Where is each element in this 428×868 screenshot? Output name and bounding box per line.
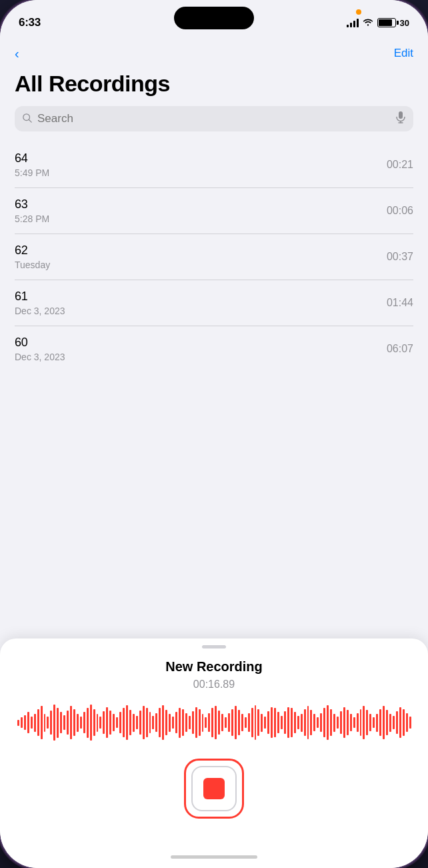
waveform-bar [136, 716, 138, 729]
waveform-bar [24, 715, 26, 731]
waveform-bar [225, 717, 227, 728]
recording-item[interactable]: 64 5:49 PM 00:21 [15, 142, 413, 188]
signal-bar-4 [357, 19, 359, 27]
record-button-inner [191, 766, 237, 811]
waveform-bar [60, 712, 62, 733]
waveform-bar [149, 712, 151, 733]
waveform-bar [287, 707, 289, 739]
back-chevron-icon: ‹ [15, 47, 19, 60]
waveform-bar [327, 705, 329, 740]
waveform-bar [195, 707, 197, 739]
waveform-bar [192, 711, 194, 734]
waveform-bar [403, 709, 405, 737]
waveform-bar [343, 707, 345, 739]
recordings-list[interactable]: All Recordings [0, 71, 428, 638]
stop-recording-button[interactable] [184, 759, 244, 819]
recording-item[interactable]: 60 Dec 3, 2023 06:07 [15, 326, 413, 372]
waveform-bar [199, 709, 201, 737]
edit-button[interactable]: Edit [394, 47, 413, 60]
recording-name: 60 [15, 336, 65, 350]
waveform-bar [238, 710, 240, 735]
orange-dot [356, 9, 361, 15]
waveform-bar [97, 714, 99, 732]
waveform-bar [34, 714, 36, 732]
waveform-bar [73, 709, 75, 737]
waveform-bar [146, 708, 148, 737]
waveform-bar [83, 712, 85, 733]
waveform-bar [179, 708, 181, 738]
waveform-bar [304, 709, 306, 737]
waveform-bar [106, 707, 108, 739]
waveform-bar [99, 717, 101, 729]
recording-item[interactable]: 61 Dec 3, 2023 01:44 [15, 280, 413, 326]
recording-duration: 00:37 [387, 251, 413, 263]
search-input[interactable] [37, 112, 391, 125]
recordings-container: 64 5:49 PM 00:21 63 5:28 PM 00:06 62 Tue… [15, 142, 413, 372]
recording-timer: 00:16.89 [15, 679, 413, 691]
waveform-bar [393, 716, 395, 729]
waveform-bar [41, 706, 43, 739]
signal-bars [347, 19, 359, 27]
waveform-bar [406, 713, 408, 733]
recording-date: 5:49 PM [15, 167, 49, 178]
status-right-icons: 30 [347, 18, 409, 28]
waveform-bar [320, 713, 322, 733]
stop-icon [203, 778, 225, 799]
waveform-bar [123, 708, 125, 737]
recording-item[interactable]: 62 Tuesday 00:37 [15, 234, 413, 280]
waveform-bar [231, 709, 233, 737]
waveform [15, 703, 413, 743]
waveform-bar [379, 709, 381, 737]
waveform-bar [67, 711, 69, 735]
waveform-bar [113, 714, 115, 731]
waveform-bar [350, 714, 352, 731]
recording-item[interactable]: 63 5:28 PM 00:06 [15, 188, 413, 234]
wifi-icon [363, 18, 373, 28]
waveform-bar [386, 710, 388, 735]
waveform-bar [218, 711, 220, 735]
waveform-bar [152, 716, 154, 729]
phone-frame: 6:33 [0, 0, 428, 868]
recording-name: 61 [15, 290, 65, 304]
signal-bar-2 [350, 23, 352, 27]
waveform-bar [70, 706, 72, 739]
bottom-panel: New Recording 00:16.89 [0, 638, 428, 845]
waveform-bar [366, 710, 368, 735]
waveform-bar [245, 717, 247, 728]
waveform-bar [274, 708, 276, 737]
waveform-bar [169, 714, 171, 732]
home-bar [171, 855, 257, 859]
waveform-bar [211, 708, 213, 737]
waveform-bar [353, 717, 355, 728]
waveform-bar [53, 705, 55, 741]
recording-info: 61 Dec 3, 2023 [15, 290, 65, 316]
waveform-bar [139, 711, 141, 735]
waveform-bar [284, 711, 286, 734]
waveform-bar [189, 716, 191, 729]
waveform-bar [264, 717, 266, 729]
waveform-bar [277, 712, 279, 733]
waveform-bar [93, 709, 95, 737]
recording-name: 62 [15, 244, 50, 258]
waveform-bar [37, 709, 39, 737]
waveform-bar [376, 714, 378, 732]
screen: 6:33 [0, 0, 428, 868]
search-icon [23, 113, 32, 125]
waveform-bar [162, 705, 164, 740]
back-button[interactable]: ‹ [15, 47, 19, 60]
waveform-bar [221, 714, 223, 731]
waveform-bar [248, 713, 250, 733]
search-bar[interactable] [15, 106, 413, 131]
waveform-bar [21, 717, 23, 728]
waveform-bar [337, 717, 339, 729]
svg-rect-2 [399, 111, 403, 119]
status-bar: 6:33 [0, 0, 428, 36]
waveform-bar [182, 709, 184, 737]
waveform-bar [389, 714, 391, 732]
svg-line-1 [29, 119, 31, 122]
waveform-bar [333, 714, 335, 732]
waveform-bar [126, 705, 128, 740]
recording-date: Dec 3, 2023 [15, 306, 65, 316]
waveform-bar [294, 712, 296, 733]
waveform-bar [31, 717, 33, 729]
